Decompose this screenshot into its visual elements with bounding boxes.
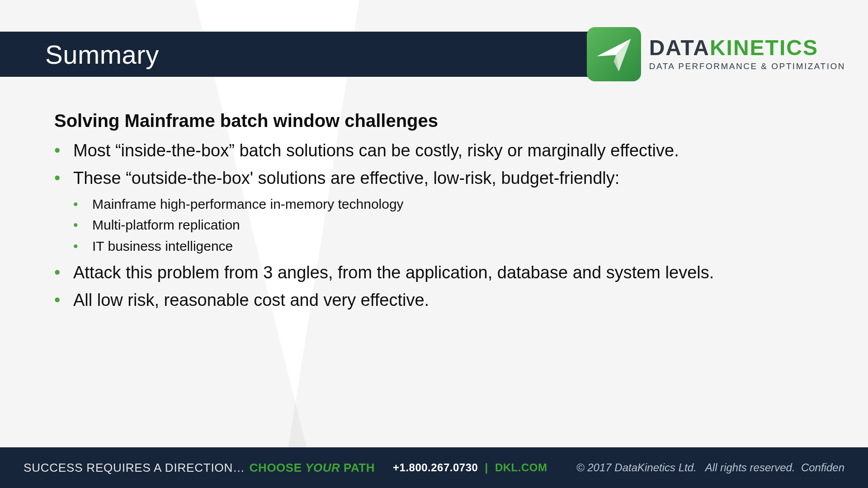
sub-list: Mainframe high-performance in-memory tec…	[73, 194, 832, 257]
footer-tagline: SUCCESS REQUIRES A DIRECTION… CHOOSE YOU…	[24, 461, 375, 475]
sub-list-item: Mainframe high-performance in-memory tec…	[73, 194, 832, 215]
page-title: Summary	[45, 39, 159, 70]
sub-bullet-text: Mainframe high-performance in-memory tec…	[92, 197, 404, 211]
list-item: Attack this problem from 3 angles, from …	[54, 261, 832, 284]
logo-text: DATAKINETICS DATA PERFORMANCE & OPTIMIZA…	[649, 37, 845, 71]
content: Solving Mainframe batch window challenge…	[54, 111, 832, 317]
logo-wordmark: DATAKINETICS	[649, 37, 845, 59]
footer-separator: |	[485, 461, 488, 474]
header-bar: Summary	[0, 32, 608, 77]
list-item: These “outside-the-box' solutions are ef…	[54, 167, 832, 257]
sub-list-item: IT business intelligence	[73, 236, 832, 257]
bullet-text: Most “inside-the-box” batch solutions ca…	[73, 141, 679, 160]
paper-plane-icon	[587, 27, 641, 81]
footer-tagline-1: SUCCESS REQUIRES A DIRECTION…	[24, 461, 245, 475]
list-item: All low risk, reasonable cost and very e…	[54, 289, 832, 312]
tag2b: YOUR	[305, 461, 340, 474]
tag2c: PATH	[340, 461, 375, 474]
bullet-text: Attack this problem from 3 angles, from …	[73, 263, 714, 282]
logo-word-2: KINETICS	[710, 36, 818, 60]
footer: SUCCESS REQUIRES A DIRECTION… CHOOSE YOU…	[0, 447, 868, 488]
footer-copyright: © 2017 DataKinetics Ltd. All rights rese…	[576, 461, 844, 474]
footer-tagline-2: CHOOSE YOUR PATH	[250, 461, 375, 475]
logo-word-1: DATA	[649, 36, 710, 60]
bullet-text: These “outside-the-box' solutions are ef…	[73, 169, 619, 188]
list-item: Most “inside-the-box” batch solutions ca…	[54, 139, 832, 162]
footer-contact: +1.800.267.0730 | DKL.COM	[393, 461, 547, 474]
slide: Summary DATAKINETICS DATA PERFORMANCE & …	[0, 0, 868, 488]
subtitle: Solving Mainframe batch window challenge…	[54, 111, 832, 131]
logo: DATAKINETICS DATA PERFORMANCE & OPTIMIZA…	[587, 27, 845, 81]
bullet-text: All low risk, reasonable cost and very e…	[73, 291, 429, 310]
sub-bullet-text: IT business intelligence	[92, 239, 233, 253]
sub-bullet-text: Multi-platform replication	[92, 217, 240, 232]
bullet-list: Most “inside-the-box” batch solutions ca…	[54, 139, 832, 312]
sub-list-item: Multi-platform replication	[73, 215, 832, 236]
tag2a: CHOOSE	[250, 461, 305, 474]
footer-site: DKL.COM	[495, 461, 547, 474]
footer-phone: +1.800.267.0730	[393, 461, 478, 474]
logo-tagline: DATA PERFORMANCE & OPTIMIZATION	[649, 61, 845, 71]
